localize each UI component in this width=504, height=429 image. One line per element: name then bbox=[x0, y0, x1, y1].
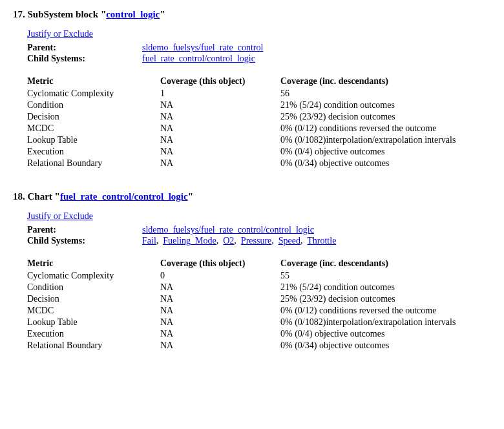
child-system-link[interactable]: Fueling_Mode bbox=[163, 236, 216, 246]
section-body-18: Justify or Exclude Parent: sldemo_fuelsy… bbox=[27, 211, 491, 351]
header-this: Coverage (this object) bbox=[160, 258, 280, 270]
cell-metric: Lookup Table bbox=[27, 317, 160, 328]
child-systems-row: Child Systems: Fail, Fueling_Mode, O2, P… bbox=[27, 236, 491, 246]
cell-this: NA bbox=[160, 146, 280, 158]
child-systems-label: Child Systems: bbox=[27, 236, 142, 246]
child-system-link[interactable]: Speed bbox=[278, 236, 300, 246]
cell-desc: 0% (0/12) conditions reversed the outcom… bbox=[280, 305, 491, 317]
table-row: DecisionNA25% (23/92) decision outcomes bbox=[27, 293, 491, 305]
cell-desc: 0% (0/1082)interpolation/extrapolation i… bbox=[280, 317, 491, 328]
section-heading-17: 17. SubSystem block "control_logic" bbox=[13, 9, 491, 20]
section-number: 17. bbox=[13, 9, 25, 19]
cell-this: NA bbox=[160, 328, 280, 340]
section-title-link[interactable]: control_logic bbox=[106, 9, 160, 19]
cell-desc: 55 bbox=[280, 270, 491, 282]
cell-metric: Relational Boundary bbox=[27, 158, 160, 169]
cell-desc: 25% (23/92) decision outcomes bbox=[280, 293, 491, 305]
cell-desc: 21% (5/24) condition outcomes bbox=[280, 99, 491, 111]
table-row: MCDCNA0% (0/12) conditions reversed the … bbox=[27, 123, 491, 134]
child-system-link[interactable]: Throttle bbox=[307, 236, 336, 246]
cell-desc: 0% (0/34) objective outcomes bbox=[280, 340, 491, 351]
cell-this: NA bbox=[160, 158, 280, 169]
cell-desc: 0% (0/1082)interpolation/extrapolation i… bbox=[280, 134, 491, 146]
header-desc: Coverage (inc. descendants) bbox=[280, 76, 491, 88]
table-row: MCDCNA0% (0/12) conditions reversed the … bbox=[27, 305, 491, 317]
section-heading-18: 18. Chart "fuel_rate_control/control_log… bbox=[13, 191, 491, 202]
metrics-table-18: Metric Coverage (this object) Coverage (… bbox=[27, 258, 491, 351]
metrics-table-17: Metric Coverage (this object) Coverage (… bbox=[27, 76, 491, 169]
cell-this: 0 bbox=[160, 270, 280, 282]
section-type: SubSystem block bbox=[28, 9, 99, 19]
header-metric: Metric bbox=[27, 76, 160, 88]
cell-desc: 21% (5/24) condition outcomes bbox=[280, 282, 491, 293]
cell-metric: Relational Boundary bbox=[27, 340, 160, 351]
cell-this: NA bbox=[160, 340, 280, 351]
child-systems-label: Child Systems: bbox=[27, 54, 142, 64]
section-type: Chart bbox=[28, 191, 52, 202]
cell-this: NA bbox=[160, 111, 280, 123]
cell-desc: 25% (23/92) decision outcomes bbox=[280, 111, 491, 123]
cell-desc: 56 bbox=[280, 88, 491, 99]
child-system-link[interactable]: Pressure bbox=[241, 236, 271, 246]
cell-this: 1 bbox=[160, 88, 280, 99]
table-row: Lookup TableNA0% (0/1082)interpolation/e… bbox=[27, 317, 491, 328]
cell-desc: 0% (0/4) objective outcomes bbox=[280, 146, 491, 158]
cell-this: NA bbox=[160, 99, 280, 111]
table-row: Relational BoundaryNA0% (0/34) objective… bbox=[27, 158, 491, 169]
justify-exclude-link[interactable]: Justify or Exclude bbox=[27, 211, 93, 222]
parent-link[interactable]: sldemo_fuelsys/fuel_rate_control bbox=[142, 43, 263, 52]
table-row: DecisionNA25% (23/92) decision outcomes bbox=[27, 111, 491, 123]
cell-this: NA bbox=[160, 123, 280, 134]
child-system-link[interactable]: O2 bbox=[223, 236, 234, 246]
table-row: ExecutionNA0% (0/4) objective outcomes bbox=[27, 146, 491, 158]
cell-metric: Condition bbox=[27, 99, 160, 111]
cell-metric: Decision bbox=[27, 111, 160, 123]
cell-desc: 0% (0/4) objective outcomes bbox=[280, 328, 491, 340]
child-system-link[interactable]: fuel_rate_control/control_logic bbox=[142, 54, 255, 63]
cell-desc: 0% (0/34) objective outcomes bbox=[280, 158, 491, 169]
table-row: ConditionNA21% (5/24) condition outcomes bbox=[27, 99, 491, 111]
child-systems-row: Child Systems: fuel_rate_control/control… bbox=[27, 54, 491, 64]
table-row: ConditionNA21% (5/24) condition outcomes bbox=[27, 282, 491, 293]
table-row: Cyclomatic Complexity156 bbox=[27, 88, 491, 99]
cell-metric: Condition bbox=[27, 282, 160, 293]
parent-link[interactable]: sldemo_fuelsys/fuel_rate_control/control… bbox=[142, 225, 314, 235]
table-row: Cyclomatic Complexity055 bbox=[27, 270, 491, 282]
header-metric: Metric bbox=[27, 258, 160, 270]
table-row: Lookup TableNA0% (0/1082)interpolation/e… bbox=[27, 134, 491, 146]
table-row: Relational BoundaryNA0% (0/34) objective… bbox=[27, 340, 491, 351]
cell-metric: Decision bbox=[27, 293, 160, 305]
cell-this: NA bbox=[160, 317, 280, 328]
parent-label: Parent: bbox=[27, 225, 142, 235]
cell-this: NA bbox=[160, 282, 280, 293]
cell-metric: Execution bbox=[27, 328, 160, 340]
parent-label: Parent: bbox=[27, 43, 142, 53]
cell-metric: Cyclomatic Complexity bbox=[27, 270, 160, 282]
header-desc: Coverage (inc. descendants) bbox=[280, 258, 491, 270]
justify-exclude-link[interactable]: Justify or Exclude bbox=[27, 29, 93, 39]
header-this: Coverage (this object) bbox=[160, 76, 280, 88]
cell-metric: Cyclomatic Complexity bbox=[27, 88, 160, 99]
cell-desc: 0% (0/12) conditions reversed the outcom… bbox=[280, 123, 491, 134]
section-title-link[interactable]: fuel_rate_control/control_logic bbox=[60, 191, 188, 202]
cell-this: NA bbox=[160, 293, 280, 305]
cell-metric: MCDC bbox=[27, 123, 160, 134]
child-system-link[interactable]: Fail bbox=[142, 236, 156, 246]
cell-metric: Lookup Table bbox=[27, 134, 160, 146]
cell-this: NA bbox=[160, 134, 280, 146]
cell-this: NA bbox=[160, 305, 280, 317]
parent-row: Parent: sldemo_fuelsys/fuel_rate_control bbox=[27, 43, 491, 53]
parent-row: Parent: sldemo_fuelsys/fuel_rate_control… bbox=[27, 225, 491, 235]
cell-metric: MCDC bbox=[27, 305, 160, 317]
section-number: 18. bbox=[13, 191, 25, 202]
section-body-17: Justify or Exclude Parent: sldemo_fuelsy… bbox=[27, 29, 491, 169]
cell-metric: Execution bbox=[27, 146, 160, 158]
table-row: ExecutionNA0% (0/4) objective outcomes bbox=[27, 328, 491, 340]
